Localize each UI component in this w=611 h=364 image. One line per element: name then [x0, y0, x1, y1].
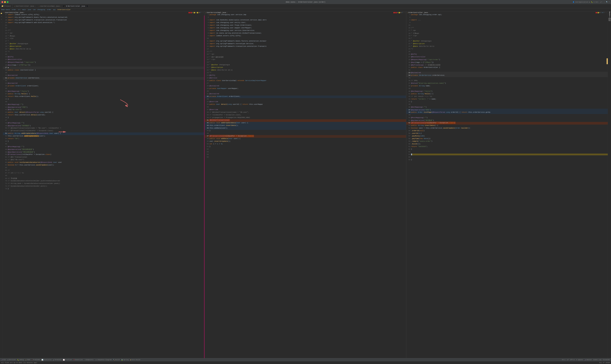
- code-area-2[interactable]: 1package com.zhengqing.user.service.imp …: [205, 14, 406, 358]
- tab-project-icon: 📁: [1, 5, 3, 7]
- git-icons[interactable]: ⎇ ↑ ↓: [600, 1, 605, 3]
- git-branch[interactable]: ⎇ master: [584, 359, 592, 361]
- right-sidebar: Maven RestServices Word Book: [608, 12, 611, 358]
- code-area-3[interactable]: 1package com.zhengqing.order.api; 2 3imp…: [406, 14, 608, 358]
- p1-scroll-down[interactable]: ↓: [203, 12, 204, 13]
- seq-icon: ⟹: [95, 359, 97, 361]
- bc-com[interactable]: com: [33, 9, 36, 11]
- restservices-icon[interactable]: RestServices: [608, 15, 611, 18]
- bc-demo-seata[interactable]: demo-seata: [1, 9, 10, 11]
- p2-warn-badge: 7: [398, 12, 400, 13]
- tab-project[interactable]: 📁 Project: [0, 4, 13, 8]
- git-tool[interactable]: ⎇ Git: [1, 359, 6, 361]
- window-title: demo-seata – OrderController.java [order…: [286, 1, 325, 3]
- p2-scroll-up[interactable]: ↑: [403, 12, 404, 13]
- editor-header-1: ☕ UserController.java ✕ 1 2 ▲ 5 ▲ 3 ▲ 1 …: [3, 12, 204, 14]
- bc-order[interactable]: order: [12, 9, 16, 11]
- p1-error2-badge: 2: [190, 12, 192, 13]
- p1-info-badge: 1: [200, 12, 201, 13]
- p1-close[interactable]: ✕: [24, 12, 25, 13]
- memory-indicator: 911 of 1933M: [599, 362, 610, 364]
- sidebar-favorites-icon[interactable]: ♡: [0, 21, 3, 24]
- bc-java[interactable]: java: [27, 9, 31, 11]
- p3-info-badge: 1: [601, 12, 601, 13]
- event-log[interactable]: Event Log: [593, 359, 601, 361]
- java-icon-3: ☕: [64, 5, 65, 7]
- profiler-icon: 📈: [63, 359, 65, 361]
- code-area-1[interactable]: 17import lombok.extern.slf4j.Slf4j; 18im…: [3, 14, 204, 358]
- auto-build-tool[interactable]: ▲ Auto-build: [130, 359, 140, 361]
- p2-scroll-down[interactable]: ↓: [405, 12, 405, 13]
- p3-file-icon: ☕: [407, 12, 408, 13]
- p2-close[interactable]: ✕: [227, 12, 227, 13]
- p1-warn-icon: ▲: [192, 12, 193, 13]
- p2-file-name: UserServiceImpl.java: [207, 12, 226, 13]
- sidebar-project-icon[interactable]: 📁: [0, 12, 3, 14]
- p3-file-name: OrderController.java: [408, 12, 428, 13]
- editors-area: ☕ UserController.java ✕ 1 2 ▲ 5 ▲ 3 ▲ 1 …: [3, 12, 608, 358]
- lf-indicator[interactable]: LF: [567, 359, 569, 361]
- tab-bar: 📁 Project ☕ UserController.java ✕ ☕ User…: [0, 4, 611, 8]
- editor-header-3: ☕ OrderController.java ✕ 2 4 ▲ 1 ▲ 2 ↑ ↓: [406, 12, 608, 14]
- problems-tool[interactable]: ⚠ Problems: [32, 359, 40, 361]
- bc-main[interactable]: main: [22, 9, 26, 11]
- tab-close-usercontroller[interactable]: ✕: [35, 5, 36, 7]
- help-icon[interactable]: ?: [609, 1, 610, 3]
- status-bar: ⎇ Git ⚙ Services 🐛 Debug ☑ TODO ⚠ Proble…: [0, 358, 611, 361]
- bc-ordercontroller-class[interactable]: OrderController: [57, 9, 71, 11]
- editor-header-2: ☕ UserServiceImpl.java ✕ 2 1 ▲ 7 ▲ 2 ↑ ↓: [205, 12, 406, 14]
- minimize-button[interactable]: [4, 1, 6, 3]
- java-icon: ☕: [14, 5, 15, 7]
- sidebar-structure-icon[interactable]: ≡: [0, 18, 3, 21]
- tab-usercontroller[interactable]: ☕ UserController.java ✕: [13, 5, 37, 7]
- sidebar-bookmark-icon[interactable]: ★: [0, 15, 3, 18]
- p3-warn-icon: ▲: [599, 12, 600, 13]
- p1-scroll-up[interactable]: ↑: [201, 12, 202, 13]
- encoding-indicator[interactable]: UTF-8: [570, 359, 574, 361]
- todo-tool[interactable]: ☑ TODO: [25, 359, 30, 361]
- p3-error-badge: 2: [596, 12, 597, 13]
- tab-close-userserviceimpl[interactable]: ✕: [60, 5, 61, 7]
- p1-warn2-badge: 3: [197, 12, 198, 13]
- bc-zhengqing[interactable]: zhengqing: [37, 9, 45, 11]
- git-label: Git:: [596, 1, 599, 3]
- p1-warn3-icon: ▲: [199, 12, 199, 13]
- endpoints-tool[interactable]: ⚡ Endpoints: [84, 359, 93, 361]
- p2-error-badge: 2: [393, 12, 395, 13]
- run-button[interactable]: ▶: [589, 1, 590, 3]
- spaces-indicator[interactable]: 4 spaces: [576, 359, 583, 361]
- bc-order2[interactable]: order: [47, 9, 51, 11]
- bc-src[interactable]: src: [18, 9, 21, 11]
- debug-button[interactable]: 🐛: [591, 1, 593, 3]
- bc-api[interactable]: api: [53, 9, 56, 11]
- problems-icon: ⚠: [32, 359, 33, 361]
- breadcrumb: demo-seata › order › src › main › java ›…: [0, 8, 611, 12]
- visual-gc[interactable]: VisualGC: [603, 359, 610, 361]
- tab-close-ordercontroller[interactable]: ✕: [86, 5, 87, 7]
- p1-warn2-icon: ▲: [196, 12, 196, 13]
- seq-diagram-tool[interactable]: ⟹ Sequence Diagram: [95, 359, 112, 361]
- search-icon[interactable]: 🔍: [606, 1, 608, 3]
- settings-icon[interactable]: ⚙: [594, 1, 595, 3]
- spring-tool[interactable]: 🍃 Spring: [121, 359, 129, 361]
- build-tool[interactable]: 🔨 Build: [113, 359, 120, 361]
- sonarlint-tool[interactable]: S SonarLint: [74, 359, 83, 361]
- title-bar-right: 👤 UserApplication ▶ 🐛 ⚙ Git: ⎇ ↑ ↓ 🔍 ?: [572, 1, 610, 3]
- p3-close[interactable]: ✕: [428, 12, 429, 13]
- position-indicator[interactable]: 64:1: [562, 359, 565, 361]
- profiler-tool[interactable]: 📈 Profiler: [63, 359, 72, 361]
- services-tool[interactable]: ⚙ Services: [7, 359, 16, 361]
- statistic-tool[interactable]: 📊 Statistic: [41, 359, 52, 361]
- user-app[interactable]: UserApplication: [575, 1, 588, 3]
- debug-tool[interactable]: 🐛 Debug: [17, 359, 24, 361]
- terminal-tool[interactable]: ▶ Terminal: [53, 359, 61, 361]
- word-book-icon[interactable]: Word Book: [608, 18, 611, 21]
- maximize-button[interactable]: [7, 1, 9, 3]
- close-button[interactable]: [1, 1, 3, 3]
- tab-userserviceimpl[interactable]: ☕ UserServiceImpl.java ✕: [37, 5, 63, 7]
- p3-scroll-down[interactable]: ↓: [606, 12, 607, 13]
- p3-scroll-up[interactable]: ↑: [605, 12, 606, 13]
- build-icon: 🔨: [113, 359, 115, 361]
- p3-warn-badge: 4: [598, 12, 599, 13]
- tab-ordercontroller[interactable]: ☕ OrderController.java ✕: [63, 5, 88, 7]
